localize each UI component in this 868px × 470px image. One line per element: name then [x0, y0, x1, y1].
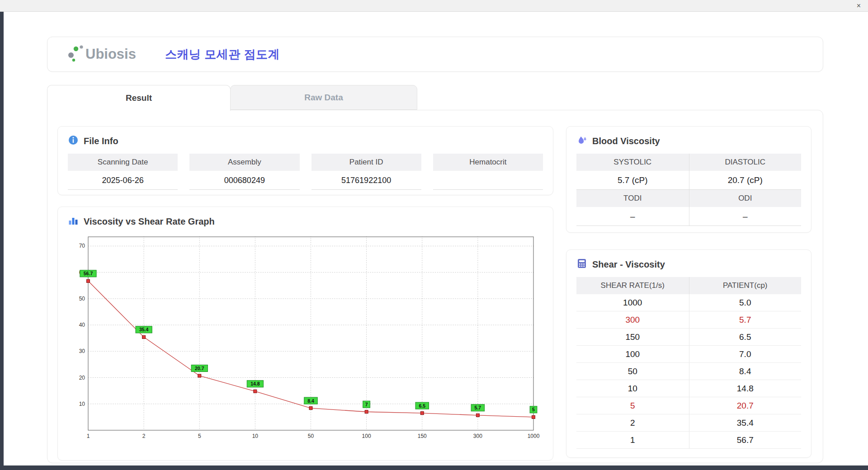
tab-result[interactable]: Result: [47, 85, 231, 111]
close-icon[interactable]: ×: [857, 1, 861, 10]
file-info-card: File Info Scanning Date 2025-06-26 Assem…: [57, 126, 553, 195]
svg-text:6.5: 6.5: [419, 403, 425, 409]
bar-chart-icon: [68, 215, 79, 228]
app-window: Ubiosis 스캐닝 모세관 점도계 Result Raw Data: [4, 12, 868, 465]
ubiosis-logo: Ubiosis: [66, 43, 142, 66]
field-value: [433, 171, 543, 190]
page: × Ubiosis 스캐닝 모세관 점도계 Result Raw Data: [0, 0, 868, 470]
shear-table-cell: 20.7: [689, 397, 802, 414]
field-value: 2025-06-26: [68, 171, 178, 190]
shear-table-cell: 56.7: [689, 432, 802, 448]
svg-text:20: 20: [79, 375, 85, 381]
field-assembly: Assembly 000680249: [189, 154, 299, 190]
bv-value-systolic: 5.7 (cP): [576, 171, 689, 190]
shear-table-cell: 1: [576, 432, 689, 448]
shear-viscosity-table: SHEAR RATE(1/s) PATIENT(cp) 10005.03005.…: [576, 277, 801, 449]
field-value: 000680249: [189, 171, 299, 190]
shear-table-cell: 14.8: [689, 380, 802, 397]
shear-table-cell: 8.4: [689, 363, 802, 380]
shear-table-cell: 5: [576, 397, 689, 414]
shear-table-row: 156.7: [576, 432, 801, 449]
shear-table-cell: 150: [576, 329, 689, 345]
svg-text:35.4: 35.4: [139, 327, 149, 332]
shear-col-patient: PATIENT(cp): [689, 277, 802, 294]
shear-viscosity-card: Shear - Viscosity SHEAR RATE(1/s) PATIEN…: [566, 249, 811, 458]
shear-table-cell: 5.7: [689, 311, 802, 328]
field-value: 51761922100: [311, 171, 421, 190]
shear-table-cell: 300: [576, 311, 689, 328]
svg-text:56.7: 56.7: [84, 271, 93, 276]
field-label: Scanning Date: [68, 154, 178, 171]
shear-table-cell: 100: [576, 346, 689, 362]
shear-table-rows: 10005.03005.71506.51007.0508.41014.8520.…: [576, 294, 801, 449]
tab-bar: Result Raw Data: [47, 85, 417, 111]
svg-text:7: 7: [365, 402, 368, 407]
shear-table-row: 10005.0: [576, 294, 801, 311]
svg-text:10: 10: [79, 401, 85, 407]
field-label: Patient ID: [311, 154, 421, 171]
graph-title: Viscosity vs Shear Rate Graph: [84, 216, 215, 227]
field-scanning-date: Scanning Date 2025-06-26: [68, 154, 178, 190]
blood-viscosity-title: Blood Viscosity: [592, 136, 660, 146]
viscosity-chart: 102030405060701251050100150300100056.735…: [68, 230, 544, 453]
shear-table-row: 1014.8: [576, 380, 801, 397]
shear-viscosity-title: Shear - Viscosity: [592, 259, 665, 270]
svg-text:5: 5: [532, 407, 535, 412]
shear-table-cell: 6.5: [689, 329, 802, 345]
shear-table-cell: 1000: [576, 294, 689, 311]
droplet-icon: [576, 135, 587, 147]
shear-table-cell: 50: [576, 363, 689, 380]
shear-table-row: 520.7: [576, 397, 801, 414]
svg-text:20.7: 20.7: [195, 366, 204, 371]
svg-text:1000: 1000: [528, 433, 540, 439]
svg-text:2: 2: [142, 433, 146, 439]
file-info-title: File Info: [84, 136, 118, 146]
svg-text:50: 50: [308, 433, 314, 439]
viscosity-graph-card: Viscosity vs Shear Rate Graph 1020304050…: [57, 207, 553, 461]
svg-text:40: 40: [79, 322, 85, 328]
svg-text:1: 1: [87, 433, 90, 439]
bv-label-systolic: SYSTOLIC: [576, 154, 689, 171]
shear-table-cell: 35.4: [689, 414, 802, 431]
svg-text:5.7: 5.7: [475, 405, 481, 410]
blood-viscosity-card: Blood Viscosity SYSTOLIC DIASTOLIC 5.7 (…: [566, 126, 811, 233]
svg-text:10: 10: [252, 433, 259, 439]
bv-label-diastolic: DIASTOLIC: [689, 154, 802, 171]
bv-value-todi: –: [576, 207, 689, 226]
shear-table-row: 508.4: [576, 363, 801, 380]
field-label: Hematocrit: [433, 154, 543, 171]
tab-raw-data[interactable]: Raw Data: [230, 85, 417, 110]
shear-col-rate: SHEAR RATE(1/s): [576, 277, 689, 294]
bv-label-todi: TODI: [576, 190, 689, 207]
svg-text:5: 5: [198, 433, 201, 439]
field-hematocrit: Hematocrit: [433, 154, 543, 190]
bv-value-diastolic: 20.7 (cP): [689, 171, 802, 190]
svg-text:300: 300: [473, 433, 482, 439]
svg-text:100: 100: [362, 433, 371, 439]
header-card: Ubiosis 스캐닝 모세관 점도계: [47, 37, 823, 72]
svg-text:14.8: 14.8: [250, 381, 260, 386]
shear-table-cell: 7.0: [689, 346, 802, 362]
info-icon: [68, 135, 79, 147]
shear-table-row: 3005.7: [576, 311, 801, 329]
blood-viscosity-table: SYSTOLIC DIASTOLIC 5.7 (cP) 20.7 (cP) TO…: [576, 154, 801, 226]
svg-text:150: 150: [418, 433, 427, 439]
field-label: Assembly: [189, 154, 299, 171]
bv-value-odi: –: [689, 207, 802, 226]
bv-label-odi: ODI: [689, 190, 802, 207]
shear-table-cell: 2: [576, 414, 689, 431]
logo-text: Ubiosis: [85, 46, 136, 62]
svg-text:50: 50: [79, 296, 85, 302]
shear-table-cell: 10: [576, 380, 689, 397]
page-title: 스캐닝 모세관 점도계: [165, 47, 280, 62]
shear-table-row: 235.4: [576, 414, 801, 432]
svg-text:30: 30: [79, 348, 85, 354]
result-panel: File Info Scanning Date 2025-06-26 Assem…: [47, 110, 823, 463]
calculator-icon: [576, 258, 587, 271]
field-patient-id: Patient ID 51761922100: [311, 154, 421, 190]
chart-area: 102030405060701251050100150300100056.735…: [68, 230, 543, 455]
shear-table-row: 1506.5: [576, 329, 801, 346]
shear-table-row: 1007.0: [576, 346, 801, 363]
svg-text:70: 70: [79, 243, 85, 249]
svg-text:8.4: 8.4: [307, 398, 314, 404]
